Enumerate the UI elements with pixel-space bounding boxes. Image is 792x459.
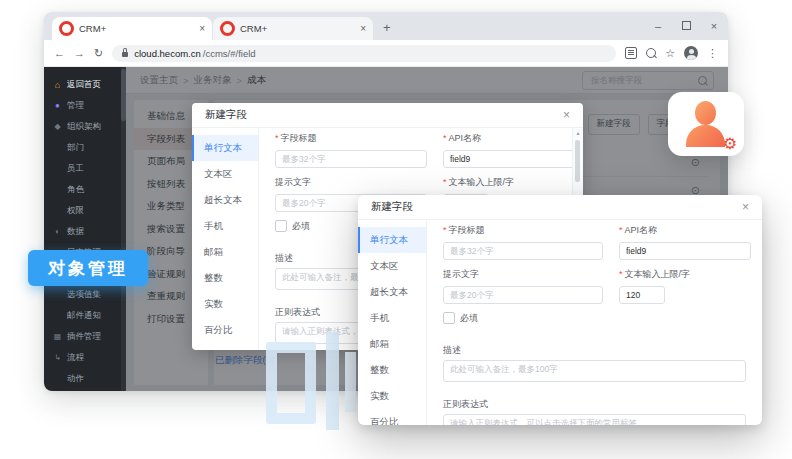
description-textarea[interactable] <box>443 360 746 382</box>
tab-single-line-text[interactable]: 单行文本 <box>192 135 258 161</box>
scroll-up-icon[interactable]: ▴ <box>573 128 583 138</box>
sidebar-item-action[interactable]: 动作 <box>44 368 126 389</box>
sidebar-item-employee[interactable]: 员工 <box>44 158 126 179</box>
tab-email[interactable]: 邮箱 <box>192 239 258 265</box>
sidebar-item-home[interactable]: ⌂返回首页 <box>44 74 126 95</box>
sidebar-item-plugin[interactable]: ▦插件管理 <box>44 326 126 347</box>
required-label: 必填 <box>460 312 478 325</box>
tab-email[interactable]: 邮箱 <box>358 331 426 357</box>
new-tab-button[interactable]: + <box>383 20 391 35</box>
hint-text-input[interactable] <box>443 286 603 304</box>
browser-tab-strip: CRM+ × CRM+ × + – × <box>44 12 728 40</box>
tab-title: CRM+ <box>79 23 194 34</box>
sidebar-item-permission[interactable]: 权限 <box>44 200 126 221</box>
sidebar-item-option-set[interactable]: 选项值集 <box>44 284 126 305</box>
sidebar-item-role[interactable]: 角色 <box>44 179 126 200</box>
tab-long-text[interactable]: 超长文本 <box>192 187 258 213</box>
text-limit-label: 文本输入上限/字 <box>449 177 515 187</box>
field-type-tabs: 单行文本 文本区 超长文本 手机 邮箱 整数 实数 百分比 单选 多选 <box>192 128 259 350</box>
tab-mobile[interactable]: 手机 <box>192 213 258 239</box>
minimize-button[interactable]: – <box>644 12 672 40</box>
url-field[interactable]: cloud.hecom.cn /ccms/#/field <box>112 45 616 62</box>
lock-icon[interactable] <box>122 52 128 57</box>
tab-single-line-text[interactable]: 单行文本 <box>358 227 426 253</box>
close-icon[interactable]: × <box>742 200 749 214</box>
required-checkbox[interactable] <box>275 220 287 232</box>
hint-text-label: 提示文字 <box>275 177 311 187</box>
sidebar-item-org[interactable]: ◆组织架构 <box>44 116 126 137</box>
gear-icon: ⚙ <box>723 134 737 153</box>
sidebar-item-manage[interactable]: ●管理 <box>44 95 126 116</box>
tab-real-number[interactable]: 实数 <box>358 383 426 409</box>
object-management-callout: 对象管理 <box>28 250 148 286</box>
plugin-icon: ▦ <box>53 332 62 341</box>
maximize-button[interactable] <box>672 12 700 40</box>
bookmark-star-icon[interactable]: ☆ <box>665 47 675 60</box>
tab-title: CRM+ <box>240 23 355 34</box>
tab-mobile[interactable]: 手机 <box>358 305 426 331</box>
sidebar-item-flow[interactable]: ↳流程 <box>44 347 126 368</box>
tab-close-icon[interactable]: × <box>199 23 205 34</box>
tab-single-select[interactable]: 单选 <box>192 343 258 350</box>
modal-title: 新建字段 <box>205 108 247 122</box>
tab-close-icon[interactable]: × <box>360 23 366 34</box>
regex-label: 正则表达式 <box>275 307 320 317</box>
back-icon[interactable]: ← <box>54 47 65 59</box>
tab-long-text[interactable]: 超长文本 <box>358 279 426 305</box>
browser-tab-2[interactable]: CRM+ × <box>213 17 373 40</box>
close-icon[interactable]: × <box>563 108 570 122</box>
api-name-input[interactable] <box>443 150 575 168</box>
address-bar: ← → ↻ cloud.hecom.cn /ccms/#/field ☆ ⋮ <box>44 40 728 67</box>
new-field-modal-zoomed: 新建字段 × 单行文本 文本区 超长文本 手机 邮箱 整数 实数 百分比 单选 … <box>358 195 762 425</box>
browser-tab-1[interactable]: CRM+ × <box>52 17 212 40</box>
required-checkbox[interactable] <box>443 312 455 324</box>
field-title-label: 字段标题 <box>281 133 317 143</box>
required-label: 必填 <box>292 220 310 233</box>
crm-logo-icon <box>59 21 74 36</box>
tab-text-area[interactable]: 文本区 <box>358 253 426 279</box>
dot-icon: ● <box>53 101 62 110</box>
description-label: 描述 <box>275 253 293 263</box>
api-name-input[interactable] <box>619 242 751 260</box>
translate-icon[interactable] <box>625 47 637 59</box>
field-title-label: 字段标题 <box>449 225 485 235</box>
tab-text-area[interactable]: 文本区 <box>192 161 258 187</box>
data-icon: ◐ <box>53 227 62 236</box>
field-form: *字段标题 *API名称 提示文字 *文本输入上限/字 <box>427 220 762 425</box>
browser-menu-icon[interactable]: ⋮ <box>707 47 718 60</box>
sidebar-item-mail-notify[interactable]: 邮件通知 <box>44 305 126 326</box>
tab-integer[interactable]: 整数 <box>358 357 426 383</box>
forward-icon[interactable]: → <box>74 47 85 59</box>
close-window-button[interactable]: × <box>700 12 728 40</box>
field-title-input[interactable] <box>443 242 603 260</box>
user-settings-card: ⚙ <box>668 92 744 156</box>
sidebar: ⌂返回首页 ●管理 ◆组织架构 部门 员工 角色 权限 ◐数据 ▤日志管理 ◎平… <box>44 67 126 391</box>
tab-real-number[interactable]: 实数 <box>192 291 258 317</box>
hecom-watermark-logo <box>266 332 358 430</box>
crm-logo-icon <box>220 21 235 36</box>
sidebar-item-department[interactable]: 部门 <box>44 137 126 158</box>
api-name-label: API名称 <box>625 225 658 235</box>
sidebar-item-approval-flow[interactable]: 审批流程 <box>44 389 126 391</box>
field-type-tabs: 单行文本 文本区 超长文本 手机 邮箱 整数 实数 百分比 单选 多选 <box>358 220 427 425</box>
tab-integer[interactable]: 整数 <box>192 265 258 291</box>
description-label: 描述 <box>443 345 461 355</box>
sidebar-item-data[interactable]: ◐数据 <box>44 221 126 242</box>
org-icon: ◆ <box>53 122 62 131</box>
text-limit-input[interactable] <box>619 286 665 304</box>
api-name-label: API名称 <box>449 133 482 143</box>
reload-icon[interactable]: ↻ <box>94 47 103 60</box>
person-avatar-icon <box>695 101 716 125</box>
regex-label: 正则表达式 <box>443 399 488 409</box>
modal-title: 新建字段 <box>371 200 413 214</box>
tab-percentage[interactable]: 百分比 <box>358 409 426 425</box>
text-limit-label: 文本输入上限/字 <box>625 269 691 279</box>
field-title-input[interactable] <box>275 150 427 168</box>
zoom-icon[interactable] <box>646 48 656 58</box>
window-controls: – × <box>644 12 728 40</box>
url-host: cloud.hecom.cn <box>134 48 201 59</box>
regex-textarea[interactable] <box>443 414 746 425</box>
tab-percentage[interactable]: 百分比 <box>192 317 258 343</box>
url-path: /ccms/#/field <box>203 48 256 59</box>
profile-avatar-icon[interactable] <box>684 46 698 60</box>
